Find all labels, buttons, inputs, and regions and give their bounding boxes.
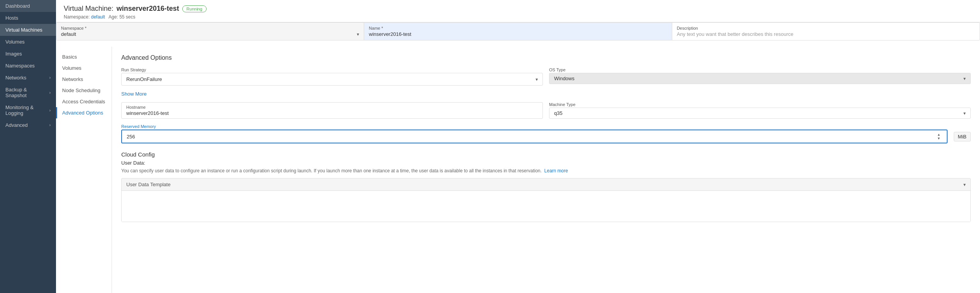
user-data-label: User Data: [121,160,971,166]
user-data-template-body [122,191,970,222]
chevron-right-icon: › [49,91,51,95]
run-strategy-value: RerunOnFailure [126,76,162,82]
machine-type-label: Machine Type [549,102,971,107]
description-field-label: Description [677,26,975,30]
cloud-config-section: Cloud Config User Data: You can specify … [121,151,971,222]
sidebar: Dashboard Hosts Virtual Machines Volumes… [0,0,56,293]
learn-more-link[interactable]: Learn more [544,168,568,173]
hostname-col: Hostname [121,102,543,119]
run-strategy-select[interactable]: RerunOnFailure ▾ [121,73,543,86]
sidebar-item-label: Namespaces [5,63,35,69]
user-data-template-header[interactable]: User Data Template ▾ [122,178,970,191]
chevron-down-icon: ▾ [357,32,359,37]
status-badge: Running [182,5,207,12]
show-more-button[interactable]: Show More [121,91,147,97]
namespace-value: default [61,31,76,37]
namespace-select[interactable]: default ▾ [61,31,359,37]
chevron-down-icon: ▾ [963,182,966,187]
chevron-down-icon: ▾ [963,76,966,81]
advanced-options-section: Advanced Options Run Strategy RerunOnFai… [121,54,971,222]
sidebar-item-hosts[interactable]: Hosts [0,12,56,24]
sidebar-item-label: Dashboard [5,3,30,9]
name-field: Name * [364,23,672,40]
chevron-down-icon: ▾ [536,77,538,82]
description-placeholder: Any text you want that better describes … [677,31,793,37]
chevron-down-icon: ▾ [963,111,966,116]
namespace-label: Namespace: [64,14,90,20]
left-nav: Basics Volumes Networks Node Scheduling … [56,47,112,293]
sidebar-item-label: Hosts [5,15,18,21]
cloud-config-title: Cloud Config [121,151,971,158]
machine-type-col: Machine Type q35 ▾ [549,102,971,119]
name-field-label: Name * [369,26,667,30]
page-meta: Namespace: default Age: 55 secs [64,14,972,20]
namespace-field: Namespace * default ▾ [56,23,364,40]
hostname-machine-row: Hostname Machine Type q35 ▾ [121,102,971,119]
sidebar-item-label: Monitoring & Logging [5,104,49,116]
sidebar-item-images[interactable]: Images [0,48,56,60]
reserved-memory-field: ▲ ▼ [121,130,948,143]
sidebar-item-advanced[interactable]: Advanced › [0,119,56,131]
os-type-value: Windows [554,76,575,81]
nav-volumes[interactable]: Volumes [56,62,112,74]
vm-label: Virtual Machine: [64,5,114,13]
sidebar-item-networks[interactable]: Networks › [0,72,56,84]
sidebar-item-namespaces[interactable]: Namespaces [0,60,56,72]
reserved-memory-input[interactable] [127,134,937,140]
name-input[interactable] [369,31,667,37]
sidebar-item-backup[interactable]: Backup & Snapshot › [0,84,56,101]
user-data-template-label: User Data Template [126,182,171,187]
chevron-right-icon: › [49,123,51,127]
os-type-select[interactable]: Windows ▾ [549,73,971,84]
sidebar-item-virtual-machines[interactable]: Virtual Machines [0,24,56,36]
memory-spinner[interactable]: ▲ ▼ [937,133,941,140]
nav-access-credentials[interactable]: Access Credentials [56,96,112,107]
nav-advanced-options[interactable]: Advanced Options [56,107,112,118]
age-value: 55 secs [119,14,135,20]
section-heading: Advanced Options [121,54,971,61]
cloud-description: You can specify user data to configure a… [121,167,971,174]
description-field: Description Any text you want that bette… [672,23,980,40]
namespace-field-label: Namespace * [61,26,359,30]
hostname-label: Hostname [126,105,538,109]
chevron-right-icon: › [49,108,51,113]
sidebar-item-label: Images [5,51,22,57]
page-title: Virtual Machine: winserver2016-test Runn… [64,5,972,13]
sidebar-item-monitoring[interactable]: Monitoring & Logging › [0,101,56,119]
sidebar-item-dashboard[interactable]: Dashboard [0,0,56,12]
body-layout: Basics Volumes Networks Node Scheduling … [56,47,980,293]
hostname-input[interactable] [126,110,538,116]
sidebar-item-label: Volumes [5,39,25,45]
sidebar-item-label: Virtual Machines [5,27,42,33]
nav-networks[interactable]: Networks [56,74,112,85]
reserved-memory-row: Reserved Memory ▲ ▼ MiB [121,124,971,143]
os-type-label: OS Type [549,67,971,72]
run-strategy-col: Run Strategy RerunOnFailure ▾ [121,67,543,86]
chevron-right-icon: › [49,76,51,80]
nav-node-scheduling[interactable]: Node Scheduling [56,85,112,96]
page-header: Virtual Machine: winserver2016-test Runn… [56,0,980,22]
machine-type-select[interactable]: q35 ▾ [549,108,971,119]
reserved-memory-label: Reserved Memory [121,124,971,129]
run-strategy-label: Run Strategy [121,67,543,72]
top-fields-row: Namespace * default ▾ Name * Description… [56,22,980,40]
nav-basics[interactable]: Basics [56,51,112,62]
os-type-col: OS Type Windows ▾ [549,67,971,86]
sidebar-item-volumes[interactable]: Volumes [0,36,56,48]
namespace-link[interactable]: default [91,14,105,20]
age-label: Age: [109,14,118,20]
content-area: Advanced Options Run Strategy RerunOnFai… [112,47,980,293]
user-data-template: User Data Template ▾ [121,178,971,222]
sidebar-item-label: Backup & Snapshot [5,87,49,98]
vm-name: winserver2016-test [117,5,179,13]
sidebar-item-label: Advanced [5,122,28,128]
run-os-row: Run Strategy RerunOnFailure ▾ OS Type Wi… [121,67,971,86]
main-content: Virtual Machine: winserver2016-test Runn… [56,0,980,293]
memory-unit: MiB [954,132,971,141]
machine-type-value: q35 [554,110,563,116]
hostname-field-wrapper: Hostname [121,102,543,119]
sidebar-item-label: Networks [5,75,26,81]
